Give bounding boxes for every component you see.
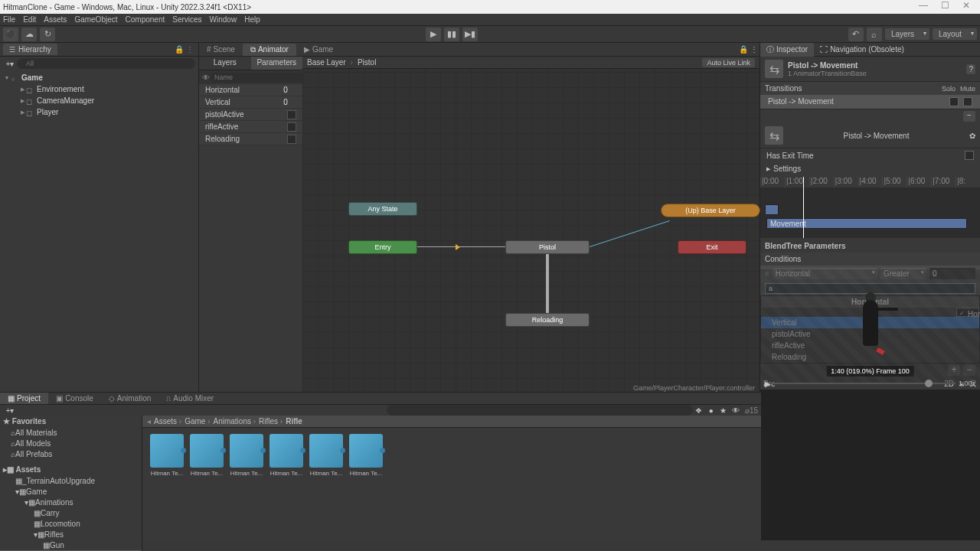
fav-item[interactable]: ⌕ All Prefabs <box>0 448 142 459</box>
tab-animation[interactable]: ◇Animation <box>101 393 158 404</box>
hidden-icon[interactable]: 👁 <box>730 406 742 415</box>
node-pistol[interactable]: Pistol <box>505 240 590 254</box>
remove-transition-button[interactable]: − <box>963 111 975 122</box>
pause-button[interactable]: ▮▮ <box>444 28 459 41</box>
filter-icon[interactable]: ● <box>705 406 717 415</box>
tree-item[interactable]: ▦ Carry <box>0 507 142 518</box>
menu-file[interactable]: File <box>3 15 15 24</box>
history-icon[interactable]: ↻ <box>40 28 55 41</box>
window-close-icon[interactable]: ✕ <box>956 2 977 12</box>
asset-item[interactable]: Hitman Te... <box>308 434 345 477</box>
hierarchy-item[interactable]: CameraManager <box>37 96 94 105</box>
path-seg[interactable]: Assets <box>154 417 181 425</box>
param-row[interactable]: Horizontal0 <box>199 84 302 96</box>
play-button[interactable]: ▶ <box>426 28 441 41</box>
param-checkbox[interactable] <box>287 135 296 144</box>
preview-speed-slider[interactable]: ▶ 1.00x <box>765 378 975 389</box>
path-seg[interactable]: Rifle <box>286 417 302 425</box>
has-exit-time-checkbox[interactable] <box>965 151 974 160</box>
tab-scene[interactable]: #Scene <box>199 44 243 55</box>
auto-live-link-button[interactable]: Auto Live Link <box>702 58 755 67</box>
param-row[interactable]: rifleActive <box>199 121 302 133</box>
breadcrumb-sub[interactable]: Pistol <box>358 58 376 67</box>
tab-game[interactable]: ▶Game <box>296 44 341 55</box>
timeline-cursor[interactable] <box>803 177 804 238</box>
path-seg[interactable]: Animations <box>213 417 256 425</box>
project-search-input[interactable] <box>387 405 693 416</box>
step-button[interactable]: ▶▮ <box>462 28 478 41</box>
param-row[interactable]: Reloading <box>199 133 302 145</box>
node-entry[interactable]: Entry <box>348 240 417 254</box>
param-row[interactable]: pistolActive <box>199 109 302 121</box>
timeline-clip[interactable] <box>765 204 779 215</box>
fav-item[interactable]: ⌕ All Materials <box>0 427 142 438</box>
path-seg[interactable]: Game <box>185 417 210 425</box>
param-row[interactable]: Vertical0 <box>199 96 302 109</box>
account-icon[interactable]: ⚫ <box>3 28 18 41</box>
transition-line-selected[interactable] <box>590 220 670 247</box>
window-min-icon[interactable]: — <box>913 2 934 12</box>
path-seg[interactable]: Rifles <box>259 417 283 425</box>
hierarchy-tab[interactable]: ☰Hierarchy <box>3 44 57 55</box>
tree-item[interactable]: ▦ Gun <box>0 540 142 550</box>
tree-item[interactable]: ▾▦ Animations <box>0 497 142 507</box>
asset-item[interactable]: Hitman Te... <box>228 434 265 477</box>
tree-item[interactable]: ▾▦ Rifles <box>0 529 142 540</box>
param-checkbox[interactable] <box>287 110 296 119</box>
play-icon[interactable]: ▶ <box>765 380 771 388</box>
param-checkbox[interactable] <box>287 122 296 132</box>
tab-audiomixer[interactable]: ⎍Audio Mixer <box>158 393 221 404</box>
window-max-icon[interactable]: ☐ <box>934 2 956 12</box>
hierarchy-item[interactable]: Environement <box>37 85 84 93</box>
menu-help[interactable]: Help <box>244 15 260 24</box>
animator-graph[interactable]: Base Layer › Pistol Auto Live Link Any S… <box>302 57 760 392</box>
preview-viewport[interactable]: 1:40 (019.0%) Frame 100 ▶ 1.00x <box>760 390 980 392</box>
parameters-tab[interactable]: Parameters <box>251 57 303 70</box>
transition-list-item[interactable]: Pistol -> Movement <box>760 95 980 109</box>
hierarchy-lock-icon[interactable]: 🔒 <box>174 45 185 54</box>
menu-assets[interactable]: Assets <box>44 15 67 24</box>
scene-label[interactable]: Game <box>21 73 43 82</box>
fav-item[interactable]: ⌕ All Models <box>0 438 142 448</box>
asset-item[interactable]: Hitman Te... <box>268 434 305 477</box>
hierarchy-add-icon[interactable]: +▾ <box>3 60 17 68</box>
gear-icon[interactable]: ✿ <box>969 132 975 140</box>
panel-menu-icon[interactable]: ⋮ <box>749 45 760 54</box>
node-exit[interactable]: Exit <box>678 240 746 254</box>
node-reloading[interactable]: Reloading <box>505 313 590 327</box>
breadcrumb-base[interactable]: Base Layer <box>307 58 346 67</box>
asset-item[interactable]: Hitman Te... <box>348 434 384 477</box>
tab-inspector[interactable]: ⓘInspector <box>760 43 814 57</box>
timeline-ruler[interactable]: |0:00|1:00|2:00|3:00|4:00|5:00|6:00|7:00… <box>760 177 980 187</box>
tree-item[interactable]: ▦ _TerrainAutoUpgrade <box>0 475 142 486</box>
mute-checkbox[interactable] <box>963 97 972 106</box>
filter-icon[interactable]: ★ <box>717 406 730 415</box>
asset-item[interactable]: Hitman Te... <box>149 434 185 477</box>
transition-line[interactable] <box>546 254 549 313</box>
tree-item[interactable]: ▾▦ Game <box>0 486 142 497</box>
tree-item[interactable]: ▦ Locomotion <box>0 518 142 529</box>
menu-services[interactable]: Services <box>172 15 201 24</box>
node-up-base-layer[interactable]: (Up) Base Layer <box>661 204 760 217</box>
help-icon[interactable]: ? <box>966 64 975 74</box>
undo-icon[interactable]: ↶ <box>848 28 864 41</box>
transition-timeline[interactable]: |0:00|1:00|2:00|3:00|4:00|5:00|6:00|7:00… <box>760 177 980 238</box>
param-search-input[interactable] <box>210 73 305 83</box>
solo-checkbox[interactable] <box>949 97 959 106</box>
tab-animator[interactable]: ⧉Animator <box>243 44 296 56</box>
layers-dropdown[interactable]: Layers <box>885 28 929 40</box>
hierarchy-menu-icon[interactable]: ⋮ <box>185 45 195 54</box>
transition-line[interactable] <box>417 246 505 247</box>
tab-console[interactable]: ▣Console <box>48 393 101 404</box>
tab-navigation[interactable]: ⛶Navigation (Obsolete) <box>814 44 910 55</box>
cloud-icon[interactable]: ☁ <box>21 28 37 41</box>
timeline-clip[interactable]: Movement <box>766 218 967 229</box>
menu-edit[interactable]: Edit <box>23 15 36 24</box>
panel-lock-icon[interactable]: 🔒 <box>738 45 749 54</box>
asset-item[interactable]: Hitman Te... <box>188 434 225 477</box>
menu-gameobject[interactable]: GameObject <box>74 15 117 24</box>
project-add-icon[interactable]: +▾ <box>3 406 17 415</box>
hierarchy-search-input[interactable] <box>17 58 195 69</box>
search-icon[interactable]: ⌕ <box>867 28 882 41</box>
node-any-state[interactable]: Any State <box>348 202 417 216</box>
